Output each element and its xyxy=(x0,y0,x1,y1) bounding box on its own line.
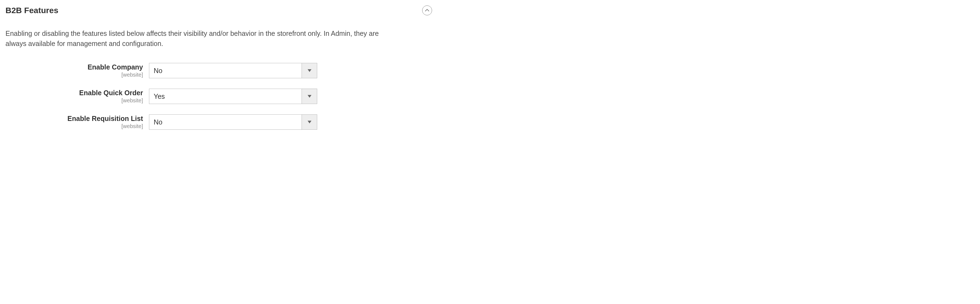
chevron-down-icon xyxy=(308,119,312,124)
field-row-enable-company: Enable Company [website] No xyxy=(5,63,432,78)
dropdown-arrow xyxy=(302,115,317,129)
dropdown-arrow xyxy=(302,89,317,104)
field-scope-enable-quick-order: [website] xyxy=(5,97,143,104)
field-label-block: Enable Requisition List [website] xyxy=(5,115,149,129)
dropdown-arrow xyxy=(302,63,317,78)
field-label-enable-quick-order: Enable Quick Order xyxy=(5,89,143,97)
field-scope-enable-requisition-list: [website] xyxy=(5,123,143,129)
field-row-enable-requisition-list: Enable Requisition List [website] No xyxy=(5,115,432,130)
section-description: Enabling or disabling the features liste… xyxy=(5,29,383,49)
section-header: B2B Features xyxy=(5,5,432,15)
field-label-block: Enable Company [website] xyxy=(5,63,149,78)
chevron-down-icon xyxy=(308,68,312,73)
svg-marker-2 xyxy=(308,121,312,123)
enable-quick-order-select[interactable]: Yes xyxy=(149,89,317,104)
b2b-features-section: B2B Features Enabling or disabling the f… xyxy=(5,5,432,130)
svg-marker-0 xyxy=(308,69,312,72)
enable-quick-order-value: Yes xyxy=(149,89,302,104)
enable-company-select[interactable]: No xyxy=(149,63,317,78)
enable-requisition-list-select[interactable]: No xyxy=(149,115,317,130)
chevron-up-icon xyxy=(425,8,429,13)
enable-requisition-list-value: No xyxy=(149,115,302,129)
field-row-enable-quick-order: Enable Quick Order [website] Yes xyxy=(5,89,432,104)
fields-container: Enable Company [website] No Enable Quick… xyxy=(5,63,432,130)
enable-company-value: No xyxy=(149,63,302,78)
field-label-block: Enable Quick Order [website] xyxy=(5,89,149,104)
field-scope-enable-company: [website] xyxy=(5,72,143,78)
section-title: B2B Features xyxy=(5,6,58,15)
chevron-down-icon xyxy=(308,94,312,99)
field-label-enable-requisition-list: Enable Requisition List xyxy=(5,115,143,123)
svg-marker-1 xyxy=(308,95,312,98)
collapse-toggle-button[interactable] xyxy=(422,5,432,15)
field-label-enable-company: Enable Company xyxy=(5,63,143,71)
